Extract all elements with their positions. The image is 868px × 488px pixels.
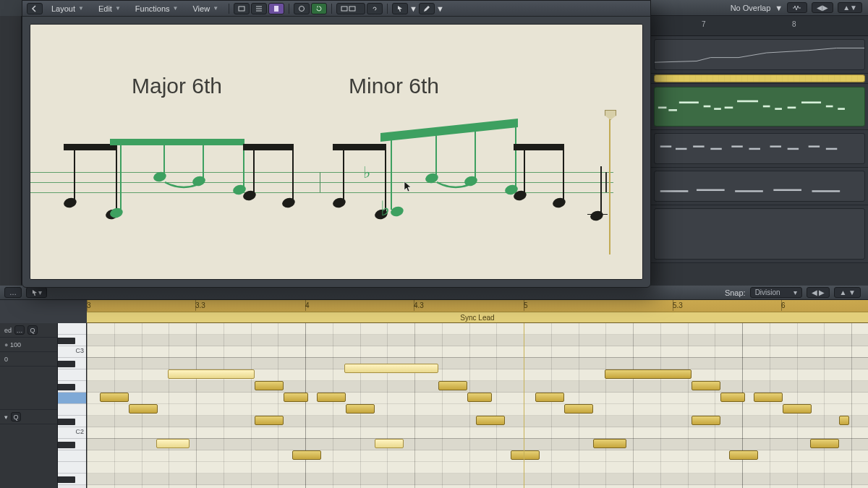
velocity-row[interactable]: ● 100: [0, 338, 57, 352]
pointer-tool-icon[interactable]: [392, 3, 408, 14]
midi-note[interactable]: [344, 364, 438, 373]
drag-mode-label[interactable]: No Overlap: [731, 4, 771, 12]
stem: [435, 133, 437, 176]
midi-note[interactable]: [168, 369, 255, 379]
midi-note[interactable]: [284, 393, 308, 402]
tie: [163, 181, 204, 192]
q-button[interactable]: Q: [11, 412, 21, 421]
q-button[interactable]: Q: [27, 325, 38, 335]
menu-functions[interactable]: Functions▼: [128, 2, 184, 15]
menu-layout[interactable]: Layout▼: [44, 2, 90, 15]
v-zoom-icon[interactable]: ▲▼: [838, 2, 862, 13]
midi-note[interactable]: [476, 416, 505, 425]
note-grid[interactable]: [87, 323, 868, 488]
midi-note[interactable]: [346, 404, 375, 414]
display-level-icon[interactable]: [336, 3, 365, 14]
arrange-track[interactable]: [651, 205, 868, 263]
midi-note[interactable]: [754, 393, 783, 402]
automation-region[interactable]: [654, 39, 865, 70]
snap-select[interactable]: Division▾: [750, 287, 802, 298]
tool-menu[interactable]: ▾: [26, 287, 47, 298]
midi-note[interactable]: [839, 416, 849, 425]
midi-note[interactable]: [438, 381, 467, 390]
midi-note[interactable]: [810, 439, 839, 448]
midi-note[interactable]: [375, 439, 404, 448]
midi-note[interactable]: [129, 404, 158, 414]
midi-region[interactable]: [654, 133, 865, 164]
arrange-track-sync-lead[interactable]: [651, 84, 868, 130]
midi-note[interactable]: [535, 393, 564, 402]
midi-note[interactable]: [292, 450, 321, 460]
note[interactable]: [281, 197, 296, 210]
piano-keyboard[interactable]: C3C2: [58, 323, 87, 488]
flat-accidental: ♭: [380, 197, 390, 221]
midi-region[interactable]: [654, 87, 865, 127]
score-canvas[interactable]: Major 6th Minor 6th: [30, 24, 643, 280]
score-playhead[interactable]: [609, 117, 610, 254]
midi-note[interactable]: [593, 439, 626, 448]
midi-note[interactable]: [720, 393, 745, 402]
inspector-gutter: [0, 16, 22, 286]
midi-note[interactable]: [317, 393, 346, 402]
pencil-tool-icon[interactable]: [419, 3, 435, 14]
midi-note[interactable]: [692, 416, 720, 425]
svg-rect-22: [731, 145, 742, 147]
midi-in-icon[interactable]: [294, 3, 310, 14]
arrange-ruler[interactable]: 7 8: [651, 16, 868, 36]
catch-playhead-icon[interactable]: [311, 3, 327, 14]
offset-row[interactable]: 0: [0, 352, 57, 367]
view-mode-2-icon[interactable]: [251, 3, 267, 14]
midi-note[interactable]: [605, 369, 692, 379]
note[interactable]: [62, 197, 77, 210]
midi-region[interactable]: [654, 208, 865, 260]
link-icon[interactable]: [367, 3, 383, 14]
midi-note[interactable]: [100, 393, 129, 402]
stem: [600, 166, 602, 214]
note[interactable]: [551, 197, 566, 210]
final-barline: [605, 172, 607, 192]
midi-note[interactable]: [467, 393, 492, 402]
zoom-waveform-icon[interactable]: [787, 2, 807, 13]
menu-edit[interactable]: Edit▼: [91, 2, 127, 15]
svg-rect-15: [801, 101, 821, 103]
midi-note[interactable]: [255, 416, 284, 425]
h-zoom-icon[interactable]: ◀ ▶: [807, 287, 830, 298]
edit-menu[interactable]: …: [4, 287, 22, 298]
midi-note[interactable]: [692, 381, 720, 390]
svg-rect-13: [775, 108, 782, 110]
midi-note[interactable]: [564, 404, 593, 414]
view-mode-1-icon[interactable]: [234, 3, 250, 14]
svg-rect-31: [773, 189, 801, 191]
midi-region[interactable]: [654, 171, 865, 202]
svg-rect-1: [274, 6, 278, 12]
stem: [203, 143, 204, 179]
arrange-track[interactable]: [651, 168, 868, 205]
v-zoom-icon[interactable]: ▲ ▼: [834, 287, 861, 298]
piano-roll-playhead[interactable]: [524, 323, 524, 488]
arrange-track[interactable]: [651, 36, 868, 74]
note[interactable]: [331, 197, 346, 210]
svg-rect-11: [737, 100, 758, 103]
menu-label: View: [192, 4, 210, 13]
midi-note[interactable]: [255, 381, 284, 390]
page-view-icon[interactable]: [268, 3, 284, 14]
midi-note[interactable]: [729, 450, 758, 460]
piano-roll-ruler[interactable]: Sync Lead 33.344.355.36: [87, 300, 868, 323]
back-arrow-icon[interactable]: [27, 3, 43, 14]
q-button[interactable]: …: [14, 325, 25, 335]
region-header[interactable]: [654, 74, 865, 82]
inspector-sidebar: ed…Q ● 100 0 ▾Q: [0, 323, 58, 488]
midi-note[interactable]: [783, 404, 812, 414]
arrange-track[interactable]: [651, 74, 868, 84]
param-row[interactable]: ed…Q: [0, 323, 57, 338]
staff-line: [30, 172, 613, 173]
svg-rect-20: [693, 145, 704, 147]
param-row[interactable]: ▾Q: [0, 410, 57, 424]
note[interactable]: [589, 210, 604, 223]
midi-note[interactable]: [511, 450, 540, 460]
midi-note[interactable]: [156, 439, 190, 448]
menu-view[interactable]: View▼: [185, 2, 224, 15]
svg-rect-12: [763, 106, 770, 108]
arrange-track[interactable]: [651, 130, 868, 168]
h-zoom-icon[interactable]: ◀▶: [812, 2, 833, 13]
